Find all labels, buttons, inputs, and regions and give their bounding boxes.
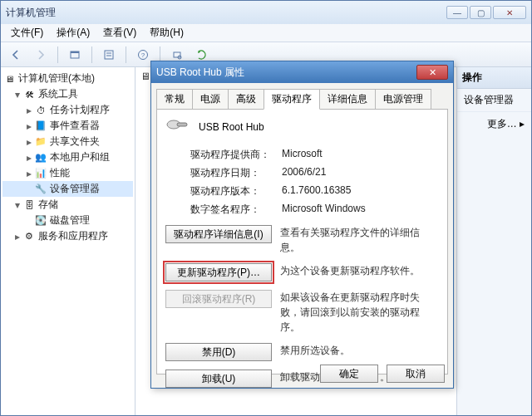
ok-button[interactable]: 确定 <box>320 365 378 383</box>
tree-performance[interactable]: ▸ 📊 性能 <box>2 165 133 181</box>
tree-label: 本地用户和组 <box>50 150 110 164</box>
tree-label: 性能 <box>50 166 70 180</box>
svg-rect-10 <box>177 123 187 126</box>
expand-icon[interactable]: ▸ <box>24 168 34 179</box>
svg-rect-7 <box>174 52 180 57</box>
storage-icon: 🗄 <box>22 198 36 212</box>
tab-row: 常规 电源 高级 驱动程序 详细信息 电源管理 <box>151 83 453 109</box>
wrench-icon: 🛠 <box>22 88 36 101</box>
forward-icon[interactable] <box>31 46 51 64</box>
tree-label: 系统工具 <box>38 87 78 101</box>
expand-icon[interactable]: ▸ <box>24 120 34 132</box>
window-controls: — ▢ ✕ <box>446 6 526 19</box>
services-icon: ⚙ <box>22 230 36 243</box>
tab-power[interactable]: 电源 <box>192 89 229 110</box>
uninstall-button[interactable]: 卸载(U) <box>165 370 272 388</box>
more-label: 更多… <box>487 118 517 130</box>
tree-label: 计算机管理(本地) <box>18 71 95 86</box>
signer-label: 数字签名程序： <box>190 203 282 217</box>
svg-text:?: ? <box>141 51 145 59</box>
driver-details-button[interactable]: 驱动程序详细信息(I) <box>165 225 272 243</box>
computer-icon: 🖥 <box>2 72 16 86</box>
tab-power-management[interactable]: 电源管理 <box>375 89 431 110</box>
tab-details[interactable]: 详细信息 <box>319 89 376 110</box>
disk-icon: 💽 <box>34 214 47 228</box>
close-button[interactable]: ✕ <box>493 6 526 19</box>
dialog-titlebar: USB Root Hub 属性 ✕ <box>151 61 453 83</box>
maximize-button[interactable]: ▢ <box>470 6 491 19</box>
tree-task-scheduler[interactable]: ▸ ⏱ 任务计划程序 <box>2 102 133 118</box>
svg-rect-1 <box>71 51 79 53</box>
tab-driver[interactable]: 驱动程序 <box>264 89 320 110</box>
users-icon: 👥 <box>34 151 47 164</box>
update-driver-button[interactable]: 更新驱动程序(P)… <box>165 263 272 281</box>
properties-icon[interactable] <box>99 46 119 64</box>
actions-item-devmgr[interactable]: 设备管理器 <box>457 89 531 112</box>
menu-help[interactable]: 帮助(H) <box>143 24 190 42</box>
menu-view[interactable]: 查看(V) <box>96 24 143 42</box>
update-driver-desc: 为这个设备更新驱动程序软件。 <box>280 263 439 278</box>
tree-disk-mgmt[interactable]: 💽 磁盘管理 <box>2 213 133 228</box>
device-header: USB Root Hub <box>165 118 439 136</box>
date-label: 驱动程序日期： <box>190 166 282 180</box>
chevron-right-icon: ▸ <box>520 118 525 130</box>
expand-icon[interactable]: ▸ <box>12 231 22 242</box>
tab-general[interactable]: 常规 <box>156 89 193 110</box>
titlebar: 计算机管理 — ▢ ✕ <box>1 1 531 24</box>
properties-dialog: USB Root Hub 属性 ✕ 常规 电源 高级 驱动程序 详细信息 电源管… <box>150 61 454 389</box>
provider-label: 驱动程序提供商： <box>190 148 282 162</box>
tree-system-tools[interactable]: ▾ 🛠 系统工具 <box>2 86 133 102</box>
share-icon: 📁 <box>34 135 47 149</box>
tree-root[interactable]: 🖥 计算机管理(本地) <box>2 71 133 86</box>
tab-body: USB Root Hub 驱动程序提供商：Microsoft 驱动程序日期：20… <box>156 109 448 374</box>
collapse-icon[interactable]: ▾ <box>12 89 22 100</box>
up-icon[interactable] <box>65 46 85 64</box>
provider-value: Microsoft <box>282 148 323 162</box>
tree-pane: 🖥 计算机管理(本地) ▾ 🛠 系统工具 ▸ ⏱ 任务计划程序 ▸ 📘 事件查看… <box>1 67 135 415</box>
toolbar-separator <box>91 46 92 63</box>
menu-file[interactable]: 文件(F) <box>4 24 50 42</box>
rollback-driver-desc: 如果该设备在更新驱动程序时失败，请回滚到以前安装的驱动程序。 <box>280 290 439 335</box>
tree-local-users[interactable]: ▸ 👥 本地用户和组 <box>2 149 133 165</box>
disable-desc: 禁用所选设备。 <box>280 343 439 358</box>
cancel-button[interactable]: 取消 <box>387 365 445 383</box>
driver-details-desc: 查看有关驱动程序文件的详细信息。 <box>280 225 439 255</box>
event-icon: 📘 <box>34 120 47 133</box>
window-title: 计算机管理 <box>6 6 446 20</box>
expand-icon[interactable]: ▸ <box>24 136 34 148</box>
signer-value: Microsoft Windows <box>282 203 366 217</box>
tab-advanced[interactable]: 高级 <box>228 89 264 110</box>
minimize-button[interactable]: — <box>446 6 468 19</box>
tree-storage[interactable]: ▾ 🗄 存储 <box>2 197 133 213</box>
actions-more-link[interactable]: 更多… ▸ <box>457 112 531 136</box>
back-icon[interactable] <box>6 46 26 64</box>
version-label: 驱动程序版本： <box>190 184 282 198</box>
tree-label: 共享文件夹 <box>50 135 100 149</box>
collapse-icon[interactable]: ▾ <box>12 199 22 211</box>
tree-label: 事件查看器 <box>50 119 100 133</box>
tree-shared-folders[interactable]: ▸ 📁 共享文件夹 <box>2 134 133 149</box>
date-value: 2006/6/21 <box>282 166 326 180</box>
tree-services-apps[interactable]: ▸ ⚙ 服务和应用程序 <box>2 228 133 244</box>
toolbar-separator <box>126 46 126 63</box>
actions-pane: 操作 设备管理器 更多… ▸ <box>456 67 531 415</box>
monitor-icon: 🖥 <box>140 71 150 82</box>
toolbar-separator <box>57 46 58 63</box>
device-icon: 🔧 <box>34 183 47 196</box>
disable-button[interactable]: 禁用(D) <box>165 343 272 361</box>
tree-device-manager[interactable]: 🔧 设备管理器 <box>2 181 133 197</box>
device-name: USB Root Hub <box>199 121 264 133</box>
usb-hub-icon <box>165 118 190 136</box>
expand-icon[interactable]: ▸ <box>24 105 34 116</box>
actions-header: 操作 <box>457 67 531 89</box>
perf-icon: 📊 <box>34 167 47 180</box>
main-window: 计算机管理 — ▢ ✕ 文件(F) 操作(A) 查看(V) 帮助(H) ? <box>0 0 532 416</box>
tree-label: 任务计划程序 <box>50 103 110 117</box>
tree-event-viewer[interactable]: ▸ 📘 事件查看器 <box>2 118 133 134</box>
expand-icon[interactable]: ▸ <box>24 152 34 164</box>
dialog-close-button[interactable]: ✕ <box>416 65 448 80</box>
menu-action[interactable]: 操作(A) <box>50 24 96 42</box>
rollback-driver-button: 回滚驱动程序(R) <box>165 290 272 308</box>
clock-icon: ⏱ <box>34 104 47 117</box>
menubar: 文件(F) 操作(A) 查看(V) 帮助(H) <box>1 24 531 42</box>
